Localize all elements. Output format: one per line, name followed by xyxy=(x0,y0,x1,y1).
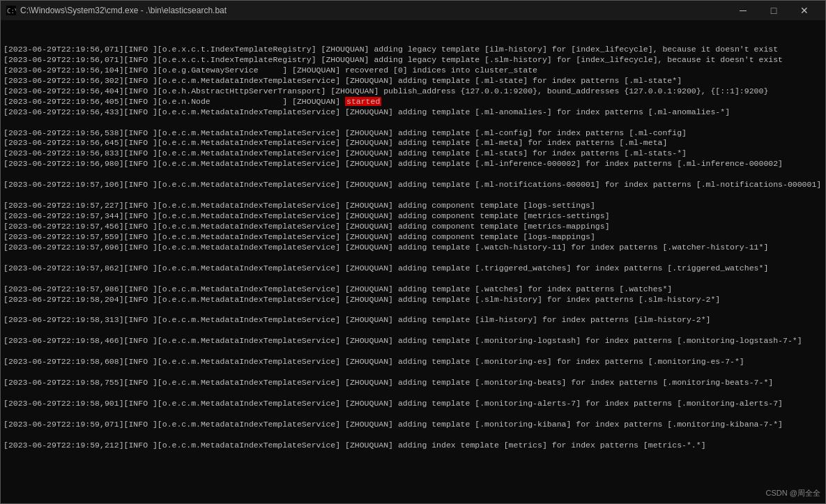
log-line: [2023-06-29T22:19:56,071][INFO ][o.e.x.c… xyxy=(3,45,823,55)
log-line: [2023-06-29T22:19:57,106][INFO ][o.e.c.m… xyxy=(3,180,823,190)
log-line: [2023-06-29T22:19:56,645][INFO ][o.e.c.m… xyxy=(3,138,823,148)
window-controls: ─ □ ✕ xyxy=(728,1,820,20)
terminal-output: [2023-06-29T22:19:56,071][INFO ][o.e.x.c… xyxy=(1,20,825,503)
log-line-empty xyxy=(3,253,823,264)
log-line-empty xyxy=(3,274,823,284)
started-highlight: started xyxy=(345,97,381,106)
log-line: [2023-06-29T22:19:57,862][INFO ][o.e.c.m… xyxy=(3,264,823,274)
log-line: [2023-06-29T22:19:58,466][INFO ][o.e.c.m… xyxy=(3,336,823,346)
log-line-empty xyxy=(3,118,823,128)
svg-text:C:\: C:\ xyxy=(7,8,16,15)
window-title: C:\Windows\System32\cmd.exe - .\bin\elas… xyxy=(20,6,227,15)
log-line-empty xyxy=(3,409,823,420)
log-line: [2023-06-29T22:19:56,302][INFO ][o.e.c.m… xyxy=(3,76,823,86)
title-bar-left: C:\ C:\Windows\System32\cmd.exe - .\bin\… xyxy=(6,6,227,15)
title-bar: C:\ C:\Windows\System32\cmd.exe - .\bin\… xyxy=(1,1,825,20)
log-line: [2023-06-29T22:19:56,405][INFO ][o.e.n.N… xyxy=(3,97,823,107)
log-line: [2023-06-29T22:19:56,433][INFO ][o.e.c.m… xyxy=(3,107,823,118)
cmd-icon: C:\ xyxy=(6,6,16,15)
log-line: [2023-06-29T22:19:58,204][INFO ][o.e.c.m… xyxy=(3,295,823,305)
log-line-empty xyxy=(3,305,823,315)
log-line: [2023-06-29T22:19:57,559][INFO ][o.e.c.m… xyxy=(3,232,823,243)
log-line-empty xyxy=(3,169,823,180)
close-button[interactable]: ✕ xyxy=(789,1,820,20)
log-line-empty xyxy=(3,326,823,336)
minimize-button[interactable]: ─ xyxy=(728,1,758,20)
log-line: [2023-06-29T22:19:57,227][INFO ][o.e.c.m… xyxy=(3,201,823,211)
log-line: [2023-06-29T22:19:56,980][INFO ][o.e.c.m… xyxy=(3,159,823,169)
log-line: [2023-06-29T22:19:58,608][INFO ][o.e.c.m… xyxy=(3,357,823,367)
log-line: [2023-06-29T22:19:59,212][INFO ][o.e.c.m… xyxy=(3,441,823,451)
log-line-empty xyxy=(3,388,823,399)
log-line: [2023-06-29T22:19:58,755][INFO ][o.e.c.m… xyxy=(3,378,823,388)
log-line: [2023-06-29T22:19:57,986][INFO ][o.e.c.m… xyxy=(3,284,823,295)
log-line: [2023-06-29T22:19:57,696][INFO ][o.e.c.m… xyxy=(3,243,823,253)
log-line: [2023-06-29T22:19:56,833][INFO ][o.e.c.m… xyxy=(3,148,823,159)
log-line-empty xyxy=(3,367,823,378)
log-line: [2023-06-29T22:19:56,071][INFO ][o.e.x.c… xyxy=(3,55,823,66)
log-line: [2023-06-29T22:19:56,538][INFO ][o.e.c.m… xyxy=(3,128,823,139)
log-line-empty xyxy=(3,430,823,441)
log-line-empty xyxy=(3,190,823,201)
watermark: CSDN @周全全 xyxy=(766,488,820,498)
log-line: [2023-06-29T22:19:57,456][INFO ][o.e.c.m… xyxy=(3,222,823,232)
log-line-empty xyxy=(3,346,823,357)
log-line: [2023-06-29T22:19:58,901][INFO ][o.e.c.m… xyxy=(3,399,823,409)
log-line: [2023-06-29T22:19:57,344][INFO ][o.e.c.m… xyxy=(3,211,823,222)
log-line: [2023-06-29T22:19:59,071][INFO ][o.e.c.m… xyxy=(3,420,823,430)
log-line: [2023-06-29T22:19:58,313][INFO ][o.e.c.m… xyxy=(3,315,823,326)
log-line: [2023-06-29T22:19:56,104][INFO ][o.e.g.G… xyxy=(3,66,823,76)
log-line: [2023-06-29T22:19:56,404][INFO ][o.e.h.A… xyxy=(3,86,823,97)
maximize-button[interactable]: □ xyxy=(758,1,789,20)
